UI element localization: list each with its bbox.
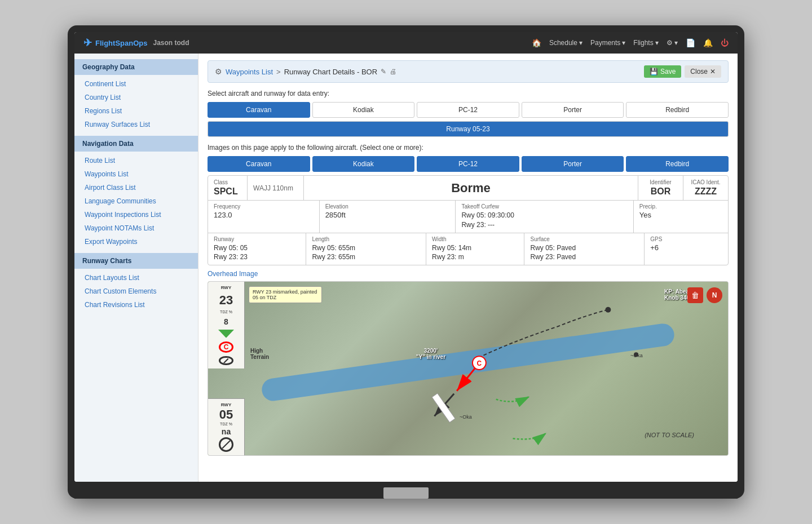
sidebar-item-export[interactable]: Export Waypoints xyxy=(74,235,198,248)
top-navigation: ✈ FlightSpanOps Jason todd 🏠 Schedule ▾ … xyxy=(74,32,738,54)
north-icon: N xyxy=(707,287,722,303)
map-left-panel-top: RWY 23 TDZ % 8 C xyxy=(208,282,245,368)
header-actions: 💾 Save Close ✕ xyxy=(644,65,721,78)
tdz05-value: na xyxy=(222,427,231,436)
gps-cell: GPS +6 xyxy=(645,233,728,265)
frequency-label: Frequency xyxy=(214,203,314,210)
power-icon[interactable]: ⏻ xyxy=(721,38,729,47)
length-value: Rwy 05: 655m Rwy 23: 655m xyxy=(312,243,420,263)
overhead-label[interactable]: Overhead Image xyxy=(208,270,729,278)
elevation-cell: Elevation 2850ft xyxy=(320,201,456,233)
images-aircraft-section: Images on this page apply to the followi… xyxy=(208,144,729,172)
settings-menu[interactable]: ⚙ ▾ xyxy=(667,39,678,47)
close-icon: ✕ xyxy=(710,68,716,76)
breadcrumb: ⚙ Waypoints List > Runway Chart Details … xyxy=(215,67,639,76)
aircraft-btn-kodiak[interactable]: Kodiak xyxy=(312,102,415,118)
payments-menu[interactable]: Payments ▾ xyxy=(590,39,625,47)
sidebar-item-regions[interactable]: Regions List xyxy=(74,104,198,118)
aircraft-btn-redbird[interactable]: Redbird xyxy=(626,102,729,118)
svg-point-0 xyxy=(605,307,611,313)
breadcrumb-parent[interactable]: Waypoints List xyxy=(226,68,273,76)
length-label: Length xyxy=(312,236,420,242)
flights-menu[interactable]: Flights ▾ xyxy=(633,39,658,47)
class-value: SPCL xyxy=(214,186,241,197)
elevation-value: 2850ft xyxy=(325,211,450,219)
identifier-value: BOR xyxy=(644,186,677,197)
tdz23-value: 8 xyxy=(224,317,228,326)
monitor-stand xyxy=(383,487,429,499)
runway-select-button[interactable]: Runway 05-23 xyxy=(208,121,729,137)
notifications-icon[interactable]: 🔔 xyxy=(703,38,713,47)
width-label: Width xyxy=(432,236,518,242)
logo-icon: ✈ xyxy=(83,37,92,49)
chart-detail-top-row: Class SPCL WAJJ 110nm Borme Identifier B… xyxy=(208,176,728,201)
svg-line-4 xyxy=(434,394,454,416)
width-value: Rwy 05: 14m Rwy 23: m xyxy=(432,243,518,263)
images-btn-redbird[interactable]: Redbird xyxy=(626,156,729,172)
no-sign2-icon xyxy=(219,437,233,452)
close-button[interactable]: Close ✕ xyxy=(685,65,721,78)
aircraft-btn-caravan[interactable]: Caravan xyxy=(208,102,310,118)
sidebar-item-country[interactable]: Country List xyxy=(74,91,198,104)
aircraft-row-top: Caravan Kodiak PC-12 Porter Redbird xyxy=(208,102,729,118)
tdz23-label: TDZ % xyxy=(220,310,232,314)
images-btn-pc12[interactable]: PC-12 xyxy=(417,156,519,172)
monitor: ✈ FlightSpanOps Jason todd 🏠 Schedule ▾ … xyxy=(68,25,744,499)
runway-value: Rwy 05: 05 Rwy 23: 23 xyxy=(214,243,300,263)
chart-detail-table: Class SPCL WAJJ 110nm Borme Identifier B… xyxy=(208,175,729,265)
images-btn-caravan[interactable]: Caravan xyxy=(208,156,310,172)
main-layout: Geography Data Continent List Country Li… xyxy=(74,54,738,482)
geography-section: Geography Data Continent List Country Li… xyxy=(74,59,198,131)
precip-label: Precip. xyxy=(639,203,722,210)
gps-value: +6 xyxy=(650,243,722,252)
rwy05-number: 05 xyxy=(219,408,233,421)
sidebar-item-continent[interactable]: Continent List xyxy=(74,77,198,91)
delete-icon[interactable]: 🗑 xyxy=(687,287,703,303)
takeoff-cell: Takeoff Curfew Rwy 05: 09:30:00 Rwy 23: … xyxy=(456,201,633,233)
images-aircraft-row: Caravan Kodiak PC-12 Porter Redbird xyxy=(208,156,729,172)
save-button[interactable]: 💾 Save xyxy=(644,65,681,78)
main-content: ⚙ Waypoints List > Runway Chart Details … xyxy=(198,54,738,482)
runway-charts-header: Runway Charts xyxy=(74,253,198,269)
elevation-label: Elevation xyxy=(325,203,450,210)
takeoff-value: Rwy 05: 09:30:00 Rwy 23: --- xyxy=(461,211,627,230)
sidebar-item-airport-class[interactable]: Airport Class List xyxy=(74,181,198,194)
page-header: ⚙ Waypoints List > Runway Chart Details … xyxy=(208,60,729,83)
c-sign-icon: C xyxy=(219,341,233,353)
print-icon[interactable]: 🖨 xyxy=(390,68,396,76)
sidebar-item-waypoints[interactable]: Waypoints List xyxy=(74,167,198,181)
rwy23-label: RWY xyxy=(221,285,232,291)
sidebar-item-chart-elements[interactable]: Chart Custom Elements xyxy=(74,285,198,298)
surface-cell: Surface Rwy 05: Paved Rwy 23: Paved xyxy=(524,233,645,265)
sidebar-item-inspections[interactable]: Waypoint Inspections List xyxy=(74,208,198,221)
map-note: RWY 23 mismarked, painted 05 on TDZ xyxy=(249,286,322,303)
images-btn-kodiak[interactable]: Kodiak xyxy=(312,156,415,172)
sidebar-item-language[interactable]: Language Communities xyxy=(74,194,198,208)
waypoint-cell: WAJJ 110nm xyxy=(248,176,304,200)
docs-icon[interactable]: 📄 xyxy=(686,38,695,47)
aircraft-btn-porter[interactable]: Porter xyxy=(522,102,624,118)
takeoff-label: Takeoff Curfew xyxy=(461,203,627,210)
surface-value: Rwy 05: Paved Rwy 23: Paved xyxy=(530,243,638,263)
sidebar-item-route[interactable]: Route List xyxy=(74,154,198,167)
edit-icon[interactable]: ✎ xyxy=(381,68,386,76)
chart-detail-runway-row: Runway Rwy 05: 05 Rwy 23: 23 Length Rwy … xyxy=(208,233,728,265)
images-btn-porter[interactable]: Porter xyxy=(522,156,624,172)
schedule-menu[interactable]: Schedule ▾ xyxy=(549,39,582,47)
sidebar-item-notams[interactable]: Waypoint NOTAMs List xyxy=(74,221,198,235)
airport-name-cell: Borme xyxy=(304,176,638,200)
home-icon[interactable]: 🏠 xyxy=(532,38,541,47)
breadcrumb-current: Runway Chart Details - BOR xyxy=(284,68,377,76)
sidebar: Geography Data Continent List Country Li… xyxy=(74,54,198,482)
svg-text:~Oka: ~Oka xyxy=(630,353,643,358)
airport-name: Borme xyxy=(451,181,491,196)
aircraft-btn-pc12[interactable]: PC-12 xyxy=(417,102,519,118)
sidebar-item-chart-revisions[interactable]: Chart Revisions List xyxy=(74,298,198,312)
aircraft-selector: Select aircraft and runway for data entr… xyxy=(208,90,729,144)
sidebar-item-runway-surfaces[interactable]: Runway Surfaces List xyxy=(74,118,198,131)
waypoint-value: WAJJ 110nm xyxy=(253,184,293,192)
frequency-cell: Frequency 123.0 xyxy=(208,201,320,233)
rwy23-number: 23 xyxy=(219,294,233,307)
sidebar-item-chart-layouts[interactable]: Chart Layouts List xyxy=(74,271,198,285)
frequency-value: 123.0 xyxy=(214,211,314,219)
